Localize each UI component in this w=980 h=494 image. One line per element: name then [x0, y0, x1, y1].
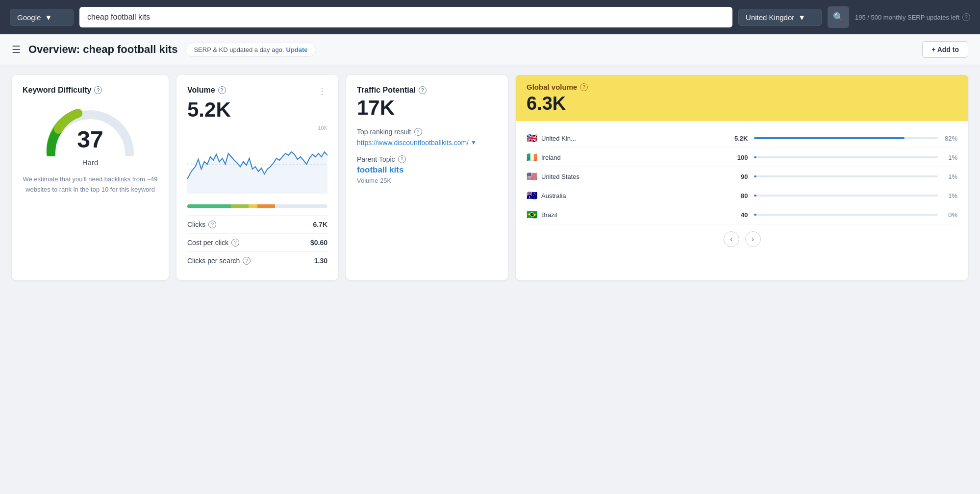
- country-row: 🇬🇧 United Kin... 5.2K 82%: [527, 129, 957, 148]
- country-pct: 1%: [942, 154, 957, 161]
- top-ranking-label: Top ranking result ?: [357, 128, 497, 136]
- parent-topic-help-icon[interactable]: ?: [398, 155, 406, 163]
- country-name: Australia: [541, 192, 726, 199]
- country-chevron-icon: ▼: [798, 13, 805, 22]
- country-name: United States: [541, 173, 726, 180]
- global-help-icon[interactable]: ?: [580, 83, 588, 91]
- volume-card-header-row: Volume ? ⋮: [187, 86, 327, 97]
- add-to-label: + Add to: [931, 46, 959, 53]
- country-name: Ireland: [541, 154, 726, 161]
- search-button[interactable]: 🔍: [828, 6, 849, 28]
- cps-help-icon[interactable]: ?: [243, 257, 251, 265]
- kd-card: Keyword Difficulty ? 37 Hard We estimate…: [12, 75, 169, 280]
- country-bar-container: [754, 156, 938, 158]
- url-dropdown-icon: ▼: [471, 139, 477, 146]
- kd-gauge: 37: [41, 102, 139, 156]
- kd-title: Keyword Difficulty: [23, 86, 91, 95]
- country-flag: 🇺🇸: [527, 171, 537, 182]
- country-row: 🇮🇪 Ireland 100 1%: [527, 148, 957, 167]
- country-dropdown[interactable]: United Kingdor ▼: [738, 9, 822, 26]
- top-bar: Google ▼ United Kingdor ▼ 🔍 195 / 500 mo…: [0, 0, 980, 34]
- country-bar: [754, 175, 757, 177]
- global-volume-title: Global volume ?: [527, 83, 957, 91]
- clicks-row: Clicks ? 6.7K: [187, 215, 327, 233]
- bar-orange: [257, 204, 275, 208]
- traffic-card-header: Traffic Potential ?: [357, 86, 497, 95]
- traffic-help-icon[interactable]: ?: [419, 86, 427, 94]
- clicks-value: 6.7K: [313, 221, 327, 228]
- main-content: Keyword Difficulty ? 37 Hard We estimate…: [0, 65, 980, 290]
- chart-max-label: 10K: [318, 125, 327, 131]
- parent-volume: Volume 25K: [357, 177, 497, 184]
- svg-marker-1: [187, 152, 327, 194]
- volume-help-icon[interactable]: ?: [218, 86, 226, 94]
- add-to-button[interactable]: + Add to: [922, 41, 968, 58]
- country-flag: 🇮🇪: [527, 152, 537, 163]
- country-volume: 80: [729, 192, 748, 199]
- country-pct: 1%: [942, 173, 957, 180]
- serp-counter-text: 195 / 500 monthly SERP updates left: [855, 14, 959, 21]
- engine-label: Google: [17, 13, 41, 22]
- country-pct: 0%: [942, 211, 957, 219]
- kd-help-icon[interactable]: ?: [94, 86, 102, 94]
- volume-chart-area: 10K: [187, 125, 327, 198]
- bar-green: [187, 204, 231, 208]
- volume-title: Volume: [187, 86, 215, 95]
- country-pct: 1%: [942, 192, 957, 199]
- country-bar-container: [754, 214, 938, 216]
- serp-counter: 195 / 500 monthly SERP updates left ?: [855, 13, 970, 21]
- cpc-label: Cost per click ?: [187, 239, 239, 247]
- volume-card-header: Volume ?: [187, 86, 226, 95]
- country-flag: 🇧🇷: [527, 209, 537, 220]
- country-volume: 90: [729, 173, 748, 180]
- update-badge: SERP & KD updated a day ago. Update: [185, 43, 316, 57]
- parent-topic-link[interactable]: football kits: [357, 165, 497, 175]
- next-arrow-button[interactable]: ›: [745, 231, 761, 247]
- country-bar-container: [754, 175, 938, 177]
- global-card: Global volume ? 6.3K 🇬🇧 United Kin... 5.…: [516, 75, 968, 280]
- kd-description: We estimate that you'll need backlinks f…: [23, 174, 158, 195]
- country-row: 🇦🇺 Australia 80 1%: [527, 186, 957, 205]
- country-volume: 5.2K: [729, 135, 748, 142]
- country-volume: 100: [729, 154, 748, 161]
- country-bar: [754, 214, 757, 216]
- prev-arrow-button[interactable]: ‹: [724, 231, 739, 247]
- country-bar: [754, 137, 905, 139]
- country-label: United Kingdor: [746, 13, 794, 22]
- serp-help-icon[interactable]: ?: [962, 13, 970, 21]
- country-flag: 🇦🇺: [527, 190, 537, 201]
- parent-topic-label: Parent Topic ?: [357, 155, 497, 163]
- volume-chart-svg: [187, 125, 327, 194]
- traffic-card: Traffic Potential ? 17K Top ranking resu…: [346, 75, 508, 280]
- volume-more-icon[interactable]: ⋮: [318, 86, 327, 97]
- cps-value: 1.30: [314, 257, 327, 265]
- country-name: Brazil: [541, 211, 726, 219]
- global-volume-value: 6.3K: [527, 93, 957, 114]
- keyword-input[interactable]: [79, 7, 732, 27]
- search-icon: 🔍: [833, 12, 844, 23]
- cpc-help-icon[interactable]: ?: [231, 239, 239, 247]
- sub-header: ☰ Overview: cheap football kits SERP & K…: [0, 34, 980, 65]
- country-row: 🇺🇸 United States 90 1%: [527, 167, 957, 186]
- country-bar-container: [754, 137, 938, 139]
- kd-label: Hard: [23, 158, 158, 167]
- country-row: 🇧🇷 Brazil 40 0%: [527, 205, 957, 224]
- kd-card-header: Keyword Difficulty ?: [23, 86, 158, 95]
- country-list: 🇬🇧 United Kin... 5.2K 82% 🇮🇪 Ireland 100…: [527, 129, 957, 224]
- volume-value: 5.2K: [187, 99, 327, 121]
- update-link[interactable]: Update: [286, 46, 308, 53]
- hamburger-icon[interactable]: ☰: [12, 44, 21, 55]
- clicks-help-icon[interactable]: ?: [208, 221, 216, 228]
- cps-row: Clicks per search ? 1.30: [187, 251, 327, 270]
- country-name: United Kin...: [541, 135, 726, 142]
- page-title: Overview: cheap football kits: [28, 43, 177, 56]
- cps-label: Clicks per search ?: [187, 257, 251, 265]
- bar-gray: [275, 204, 327, 208]
- top-ranking-url[interactable]: https://www.discountfootballkits.com/ ▼: [357, 139, 497, 147]
- top-ranking-help-icon[interactable]: ?: [414, 128, 422, 136]
- engine-dropdown[interactable]: Google ▼: [10, 9, 74, 26]
- cpc-value: $0.60: [310, 239, 327, 247]
- volume-color-bar: [187, 204, 327, 208]
- traffic-value: 17K: [357, 97, 497, 119]
- kd-value: 37: [77, 128, 103, 151]
